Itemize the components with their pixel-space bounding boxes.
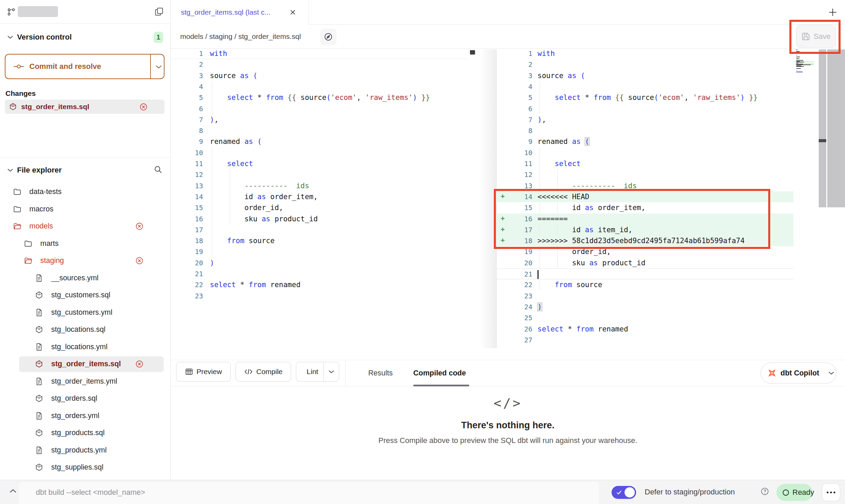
file-item-stg-order-items-yml[interactable]: stg_order_items.yml bbox=[0, 374, 171, 389]
code-line-18: +18>>>>>>> 58c1dd23d5eebd9cd2495fa7124ab… bbox=[497, 235, 793, 246]
file-item-stg-customers-sql[interactable]: stg_customers.sql bbox=[0, 287, 171, 303]
line-number: 23 bbox=[171, 291, 203, 301]
code-line-2: 2 bbox=[497, 59, 793, 70]
line-number: 16 bbox=[171, 213, 203, 224]
code-line-3: 3source as ( bbox=[171, 70, 468, 81]
editor-scrollbar-thumb[interactable] bbox=[819, 139, 826, 142]
line-number: 20 bbox=[497, 257, 532, 268]
file-item-stg-orders-yml[interactable]: stg_orders.yml bbox=[0, 408, 171, 424]
file-item-stg-orders-sql[interactable]: stg_orders.sql bbox=[0, 391, 171, 406]
line-number: 8 bbox=[497, 125, 532, 136]
doc-icon bbox=[35, 446, 43, 455]
line-number: 16 bbox=[497, 213, 532, 224]
line-number: 18 bbox=[171, 235, 203, 246]
more-options-button[interactable] bbox=[822, 483, 840, 501]
chevron-up-icon[interactable] bbox=[9, 488, 17, 494]
line-number: 2 bbox=[171, 59, 203, 70]
file-item-data-tests[interactable]: data-tests bbox=[0, 184, 171, 200]
code-line-19: 19 order_id, bbox=[497, 246, 793, 257]
breadcrumb: models / staging / stg_order_items.sql bbox=[180, 32, 301, 41]
tab-stg-order-items[interactable]: stg_order_items.sql (last c... bbox=[171, 0, 309, 25]
help-question-icon[interactable] bbox=[760, 487, 769, 496]
file-item--sources-yml[interactable]: __sources.yml bbox=[0, 270, 171, 286]
compile-button[interactable]: Compile bbox=[235, 362, 291, 382]
code-line-8: 8 bbox=[497, 125, 793, 136]
file-item-stg-products-yml[interactable]: stg_products.yml bbox=[0, 443, 171, 458]
branch-name-redacted bbox=[18, 6, 58, 17]
changed-file-row[interactable]: stg_order_items.sql bbox=[5, 100, 164, 114]
file-item-label: stg_customers.yml bbox=[51, 308, 112, 317]
code-editor-current[interactable]: 1with23source as (45 select * from {{ so… bbox=[497, 48, 793, 348]
tab-compiled-code[interactable]: Compiled code bbox=[413, 360, 466, 386]
code-line-20: 20) bbox=[171, 257, 468, 268]
check-icon bbox=[616, 489, 622, 496]
lint-button[interactable]: Lint bbox=[296, 362, 339, 382]
code-line-3: 3source as ( bbox=[497, 70, 793, 81]
removed-badge-icon[interactable] bbox=[135, 222, 144, 231]
command-placeholder: dbt build --select <model_name> bbox=[36, 488, 145, 497]
active-tab-underline bbox=[413, 385, 469, 386]
folder-open-icon bbox=[13, 222, 22, 231]
commit-and-resolve-button[interactable]: Commit and resolve bbox=[5, 54, 164, 79]
code-line-6: 6 bbox=[171, 103, 468, 114]
copilot-chevron-down-icon bbox=[828, 371, 835, 375]
line-number: 27 bbox=[497, 335, 532, 345]
file-item-macros[interactable]: macros bbox=[0, 202, 171, 217]
file-item-marts[interactable]: marts bbox=[0, 236, 171, 252]
defer-label: Defer to staging/production bbox=[645, 488, 735, 496]
file-item-staging[interactable]: staging bbox=[0, 253, 171, 269]
file-item-label: macros bbox=[29, 205, 53, 213]
save-button[interactable]: Save bbox=[796, 25, 836, 48]
lint-dropdown-chevron-icon[interactable] bbox=[328, 369, 335, 374]
code-line-13: 13 ---------- ids bbox=[171, 180, 468, 191]
file-item-stg-products-sql[interactable]: stg_products.sql bbox=[0, 425, 171, 441]
dbt-copilot-button[interactable]: dbt Copilot bbox=[760, 362, 836, 384]
file-item-stg-order-items-sql[interactable]: stg_order_items.sql bbox=[0, 356, 171, 372]
removed-badge-icon[interactable] bbox=[135, 256, 144, 265]
copy-files-icon[interactable] bbox=[154, 7, 164, 16]
removed-badge-icon[interactable] bbox=[135, 360, 144, 368]
file-item-label: stg_customers.sql bbox=[51, 291, 110, 299]
results-tab-label: Results bbox=[368, 369, 393, 377]
code-line-13: 13 ---------- ids bbox=[497, 180, 793, 191]
line-number: 17 bbox=[497, 224, 532, 235]
commit-icon bbox=[13, 63, 25, 70]
left-editor-scrollbar-thumb[interactable] bbox=[470, 50, 475, 55]
file-item-stg-customers-yml[interactable]: stg_customers.yml bbox=[0, 305, 171, 321]
discard-change-icon[interactable] bbox=[139, 103, 148, 111]
chevron-down-icon[interactable] bbox=[7, 168, 14, 173]
preview-button[interactable]: Preview bbox=[176, 362, 231, 382]
doc-icon bbox=[35, 308, 43, 317]
chevron-down-icon[interactable] bbox=[7, 35, 14, 40]
editor-scrollbar-track[interactable] bbox=[819, 49, 826, 207]
code-editor-original[interactable]: 1with23source as (45 select * from {{ so… bbox=[171, 48, 468, 348]
new-tab-plus-icon[interactable] bbox=[827, 7, 838, 18]
compiled-code-empty-state: </> There's nothing here. Press Compile … bbox=[171, 396, 845, 445]
file-item-models[interactable]: models bbox=[0, 219, 171, 234]
tab-results[interactable]: Results bbox=[368, 360, 393, 386]
file-item-label: models bbox=[29, 222, 53, 231]
file-item-label: stg_order_items.sql bbox=[51, 360, 121, 368]
search-icon[interactable] bbox=[154, 165, 162, 174]
editor-minimap[interactable] bbox=[796, 49, 815, 77]
lint-button-label: Lint bbox=[307, 368, 318, 376]
line-number: 11 bbox=[171, 158, 203, 169]
table-grid-icon bbox=[185, 368, 193, 376]
code-line-12: 12 bbox=[171, 169, 468, 180]
code-line-23: 23 bbox=[171, 291, 468, 301]
lineage-compass-button[interactable] bbox=[320, 29, 336, 45]
minimap-scrollbar[interactable] bbox=[827, 49, 845, 207]
file-item-stg-supplies-sql[interactable]: stg_supplies.sql bbox=[0, 460, 171, 475]
command-input[interactable]: dbt build --select <model_name> bbox=[19, 482, 599, 504]
code-icon bbox=[244, 368, 253, 375]
folder-open-icon bbox=[24, 256, 32, 265]
line-number: 15 bbox=[497, 202, 532, 213]
file-item-label: stg_locations.yml bbox=[51, 343, 108, 351]
commit-dropdown-chevron-icon[interactable] bbox=[155, 64, 162, 70]
file-item-stg-locations-yml[interactable]: stg_locations.yml bbox=[0, 339, 171, 355]
line-number: 20 bbox=[171, 257, 203, 268]
defer-toggle[interactable] bbox=[612, 486, 636, 499]
file-item-stg-locations-sql[interactable]: stg_locations.sql bbox=[0, 322, 171, 338]
close-icon[interactable] bbox=[289, 9, 296, 16]
file-item-label: stg_supplies.sql bbox=[51, 463, 103, 472]
